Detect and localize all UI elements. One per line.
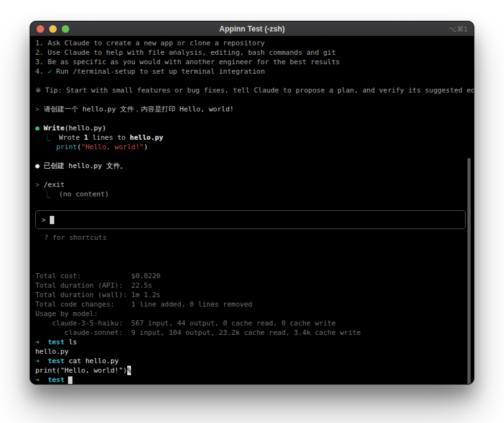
prompt-marker: > bbox=[35, 105, 43, 113]
shell-cursor bbox=[68, 376, 72, 385]
shortcuts-hint: ? for shortcuts bbox=[35, 233, 467, 242]
result-connector-icon: ⎿ bbox=[35, 190, 59, 198]
user-message: > 请创建一个 hello.py 文件，内容是打印 Hello, world! bbox=[35, 104, 467, 114]
onboarding-item-1: 1. Ask Claude to create a new app or clo… bbox=[35, 38, 467, 48]
prompt-marker: > bbox=[35, 181, 43, 189]
stat-usage-sonnet: claude-sonnet: 9 input, 104 output, 23.2… bbox=[35, 328, 467, 337]
exit-command-line: > /exit bbox=[35, 180, 467, 189]
result-connector-icon: ⎿ bbox=[35, 133, 59, 142]
shell-prompt-active[interactable]: ➜ test bbox=[35, 375, 467, 385]
stat-usage-header: Usage by model: bbox=[35, 309, 467, 319]
zsh-arrow-icon: ➜ bbox=[35, 338, 48, 346]
onboarding-item-4: 4. ✓ Run /terminal-setup to set up termi… bbox=[35, 67, 467, 76]
stat-duration-api: Total duration (API): 22.5s bbox=[35, 281, 467, 290]
shell-prompt-cat: ➜ test cat hello.py bbox=[35, 356, 467, 366]
ls-output: hello.py bbox=[35, 347, 467, 356]
minimize-button[interactable] bbox=[49, 25, 57, 33]
text-cursor bbox=[50, 216, 54, 224]
scrollbar[interactable] bbox=[467, 158, 471, 385]
zoom-button[interactable] bbox=[62, 25, 69, 33]
onboarding-item-2: 2. Use Claude to help with file analysis… bbox=[35, 48, 467, 57]
stat-code-changes: Total code changes: 1 line added, 0 line… bbox=[35, 300, 467, 309]
check-icon: ✓ bbox=[48, 67, 52, 76]
onboarding-item-3: 3. Be as specific as you would with anot… bbox=[35, 57, 467, 67]
shell-prompt-ls: ➜ test ls bbox=[35, 337, 467, 347]
close-button[interactable] bbox=[37, 25, 44, 33]
cat-output: print("Hello, world!")% bbox=[35, 366, 467, 375]
tool-call-line: ● Write(hello.py) bbox=[35, 123, 467, 133]
terminal-window: Appinn Test (-zsh) ⌥⌘1 1. Ask Claude to … bbox=[30, 21, 474, 385]
tool-bullet-icon: ● bbox=[35, 124, 43, 132]
title-bar[interactable]: Appinn Test (-zsh) ⌥⌘1 bbox=[30, 21, 474, 37]
zsh-arrow-icon: ➜ bbox=[35, 376, 48, 384]
input-prompt-marker: > bbox=[42, 215, 46, 225]
exit-result-line: ⎿ (no content) bbox=[35, 189, 467, 199]
window-shortcut-badge: ⌥⌘1 bbox=[449, 21, 467, 37]
zsh-arrow-icon: ➜ bbox=[35, 357, 48, 365]
claude-input-box[interactable]: > bbox=[35, 210, 466, 229]
assistant-reply: ● 已创建 hello.py 文件。 bbox=[35, 161, 467, 171]
code-line: print("Hello, world!") bbox=[35, 142, 467, 152]
stat-usage-haiku: claude-3-5-haiku: 567 input, 44 output, … bbox=[35, 319, 467, 328]
terminal-content[interactable]: 1. Ask Claude to create a new app or clo… bbox=[30, 37, 474, 384]
zsh-eol-marker: % bbox=[127, 366, 132, 375]
stat-duration-wall: Total duration (wall): 1m 1.2s bbox=[35, 290, 467, 300]
window-title: Appinn Test (-zsh) bbox=[30, 25, 474, 33]
tool-result-line: ⎿ Wrote 1 lines to hello.py bbox=[35, 133, 467, 142]
tip-line: ※ Tip: Start with small features or bug … bbox=[35, 86, 467, 95]
session-stats: Total cost: $0.0220 Total duration (API)… bbox=[35, 271, 467, 337]
assistant-bullet-icon: ● bbox=[35, 162, 43, 170]
stat-total-cost: Total cost: $0.0220 bbox=[35, 271, 467, 281]
window-controls bbox=[37, 25, 69, 33]
